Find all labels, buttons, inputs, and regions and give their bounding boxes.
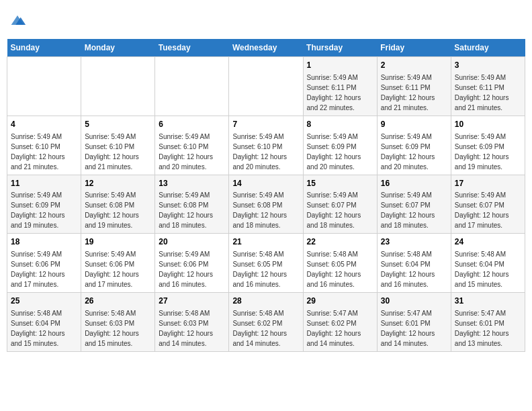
day-info: Sunrise: 5:48 AM Sunset: 6:04 PM Dayligh… xyxy=(381,250,435,288)
day-cell: 28Sunrise: 5:48 AM Sunset: 6:02 PM Dayli… xyxy=(229,293,303,352)
logo-icon xyxy=(8,11,27,30)
week-row-5: 25Sunrise: 5:48 AM Sunset: 6:04 PM Dayli… xyxy=(7,293,525,352)
day-cell xyxy=(229,57,303,116)
day-number: 11 xyxy=(11,178,77,189)
day-cell: 1Sunrise: 5:49 AM Sunset: 6:11 PM Daylig… xyxy=(303,57,377,116)
day-info: Sunrise: 5:49 AM Sunset: 6:10 PM Dayligh… xyxy=(11,133,65,171)
day-number: 27 xyxy=(159,295,225,307)
day-info: Sunrise: 5:47 AM Sunset: 6:01 PM Dayligh… xyxy=(381,310,435,347)
day-info: Sunrise: 5:49 AM Sunset: 6:07 PM Dayligh… xyxy=(455,191,509,229)
day-info: Sunrise: 5:48 AM Sunset: 6:03 PM Dayligh… xyxy=(85,310,139,347)
day-number: 8 xyxy=(307,119,373,130)
day-cell: 18Sunrise: 5:49 AM Sunset: 6:06 PM Dayli… xyxy=(7,234,81,293)
day-number: 12 xyxy=(85,178,151,189)
day-info: Sunrise: 5:49 AM Sunset: 6:07 PM Dayligh… xyxy=(381,191,435,229)
day-info: Sunrise: 5:49 AM Sunset: 6:11 PM Dayligh… xyxy=(307,74,361,111)
calendar-table: SundayMondayTuesdayWednesdayThursdayFrid… xyxy=(7,39,525,352)
day-info: Sunrise: 5:49 AM Sunset: 6:09 PM Dayligh… xyxy=(381,133,435,171)
week-row-1: 1Sunrise: 5:49 AM Sunset: 6:11 PM Daylig… xyxy=(7,57,525,116)
week-row-3: 11Sunrise: 5:49 AM Sunset: 6:09 PM Dayli… xyxy=(7,175,525,234)
day-cell: 11Sunrise: 5:49 AM Sunset: 6:09 PM Dayli… xyxy=(7,175,81,234)
day-cell: 10Sunrise: 5:49 AM Sunset: 6:09 PM Dayli… xyxy=(451,116,525,175)
day-number: 15 xyxy=(307,178,373,189)
day-cell: 22Sunrise: 5:48 AM Sunset: 6:05 PM Dayli… xyxy=(303,234,377,293)
day-info: Sunrise: 5:49 AM Sunset: 6:10 PM Dayligh… xyxy=(232,133,287,171)
week-row-2: 4Sunrise: 5:49 AM Sunset: 6:10 PM Daylig… xyxy=(7,116,525,175)
header-monday: Monday xyxy=(81,39,155,57)
day-number: 22 xyxy=(307,236,373,248)
day-cell: 15Sunrise: 5:49 AM Sunset: 6:07 PM Dayli… xyxy=(303,175,377,234)
day-info: Sunrise: 5:49 AM Sunset: 6:07 PM Dayligh… xyxy=(307,191,361,229)
week-row-4: 18Sunrise: 5:49 AM Sunset: 6:06 PM Dayli… xyxy=(7,234,525,293)
day-number: 4 xyxy=(11,119,77,130)
day-number: 19 xyxy=(85,236,151,248)
day-info: Sunrise: 5:49 AM Sunset: 6:10 PM Dayligh… xyxy=(85,133,139,171)
day-cell: 12Sunrise: 5:49 AM Sunset: 6:08 PM Dayli… xyxy=(81,175,155,234)
header-saturday: Saturday xyxy=(451,39,525,57)
day-number: 21 xyxy=(232,236,299,248)
day-info: Sunrise: 5:49 AM Sunset: 6:11 PM Dayligh… xyxy=(381,74,435,111)
day-info: Sunrise: 5:47 AM Sunset: 6:01 PM Dayligh… xyxy=(455,310,509,347)
day-info: Sunrise: 5:48 AM Sunset: 6:05 PM Dayligh… xyxy=(307,250,361,288)
day-number: 2 xyxy=(381,60,447,71)
day-cell: 5Sunrise: 5:49 AM Sunset: 6:10 PM Daylig… xyxy=(81,116,155,175)
day-number: 24 xyxy=(455,236,521,248)
day-cell: 29Sunrise: 5:47 AM Sunset: 6:02 PM Dayli… xyxy=(303,293,377,352)
day-info: Sunrise: 5:48 AM Sunset: 6:04 PM Dayligh… xyxy=(11,310,65,347)
day-cell: 17Sunrise: 5:49 AM Sunset: 6:07 PM Dayli… xyxy=(451,175,525,234)
day-cell: 4Sunrise: 5:49 AM Sunset: 6:10 PM Daylig… xyxy=(7,116,81,175)
header-row: SundayMondayTuesdayWednesdayThursdayFrid… xyxy=(7,39,525,57)
header-thursday: Thursday xyxy=(303,39,377,57)
day-number: 26 xyxy=(85,295,151,307)
day-info: Sunrise: 5:47 AM Sunset: 6:02 PM Dayligh… xyxy=(307,310,361,347)
day-cell: 24Sunrise: 5:48 AM Sunset: 6:04 PM Dayli… xyxy=(451,234,525,293)
day-cell: 23Sunrise: 5:48 AM Sunset: 6:04 PM Dayli… xyxy=(377,234,451,293)
day-cell xyxy=(7,57,81,116)
day-info: Sunrise: 5:49 AM Sunset: 6:11 PM Dayligh… xyxy=(455,74,509,111)
day-cell xyxy=(155,57,229,116)
day-cell: 21Sunrise: 5:48 AM Sunset: 6:05 PM Dayli… xyxy=(229,234,303,293)
day-cell: 8Sunrise: 5:49 AM Sunset: 6:09 PM Daylig… xyxy=(303,116,377,175)
day-number: 7 xyxy=(232,119,299,130)
day-info: Sunrise: 5:49 AM Sunset: 6:06 PM Dayligh… xyxy=(85,250,139,288)
logo xyxy=(7,7,27,34)
day-number: 5 xyxy=(85,119,151,130)
day-number: 9 xyxy=(381,119,447,130)
day-number: 1 xyxy=(307,60,373,71)
day-number: 29 xyxy=(307,295,373,307)
day-number: 3 xyxy=(455,60,521,71)
day-cell: 20Sunrise: 5:49 AM Sunset: 6:06 PM Dayli… xyxy=(155,234,229,293)
day-info: Sunrise: 5:48 AM Sunset: 6:02 PM Dayligh… xyxy=(232,310,287,347)
day-number: 13 xyxy=(159,178,225,189)
day-cell: 16Sunrise: 5:49 AM Sunset: 6:07 PM Dayli… xyxy=(377,175,451,234)
day-cell: 26Sunrise: 5:48 AM Sunset: 6:03 PM Dayli… xyxy=(81,293,155,352)
day-cell: 13Sunrise: 5:49 AM Sunset: 6:08 PM Dayli… xyxy=(155,175,229,234)
day-cell: 19Sunrise: 5:49 AM Sunset: 6:06 PM Dayli… xyxy=(81,234,155,293)
day-cell: 27Sunrise: 5:48 AM Sunset: 6:03 PM Dayli… xyxy=(155,293,229,352)
day-info: Sunrise: 5:49 AM Sunset: 6:09 PM Dayligh… xyxy=(11,191,65,229)
day-info: Sunrise: 5:49 AM Sunset: 6:10 PM Dayligh… xyxy=(159,133,213,171)
day-number: 28 xyxy=(232,295,299,307)
day-number: 17 xyxy=(455,178,521,189)
day-info: Sunrise: 5:49 AM Sunset: 6:08 PM Dayligh… xyxy=(159,191,213,229)
day-info: Sunrise: 5:49 AM Sunset: 6:06 PM Dayligh… xyxy=(11,250,65,288)
header-friday: Friday xyxy=(377,39,451,57)
day-number: 16 xyxy=(381,178,447,189)
day-number: 6 xyxy=(159,119,225,130)
day-info: Sunrise: 5:49 AM Sunset: 6:08 PM Dayligh… xyxy=(232,191,287,229)
day-number: 18 xyxy=(11,236,77,248)
day-cell: 31Sunrise: 5:47 AM Sunset: 6:01 PM Dayli… xyxy=(451,293,525,352)
day-info: Sunrise: 5:48 AM Sunset: 6:03 PM Dayligh… xyxy=(159,310,213,347)
header-sunday: Sunday xyxy=(7,39,81,57)
day-cell: 30Sunrise: 5:47 AM Sunset: 6:01 PM Dayli… xyxy=(377,293,451,352)
day-number: 14 xyxy=(232,178,299,189)
logo-text xyxy=(7,11,27,30)
header-wednesday: Wednesday xyxy=(229,39,303,57)
day-info: Sunrise: 5:49 AM Sunset: 6:06 PM Dayligh… xyxy=(159,250,213,288)
day-info: Sunrise: 5:49 AM Sunset: 6:08 PM Dayligh… xyxy=(85,191,139,229)
header xyxy=(7,7,525,34)
day-cell xyxy=(81,57,155,116)
day-info: Sunrise: 5:48 AM Sunset: 6:05 PM Dayligh… xyxy=(232,250,287,288)
day-cell: 25Sunrise: 5:48 AM Sunset: 6:04 PM Dayli… xyxy=(7,293,81,352)
day-number: 25 xyxy=(11,295,77,307)
